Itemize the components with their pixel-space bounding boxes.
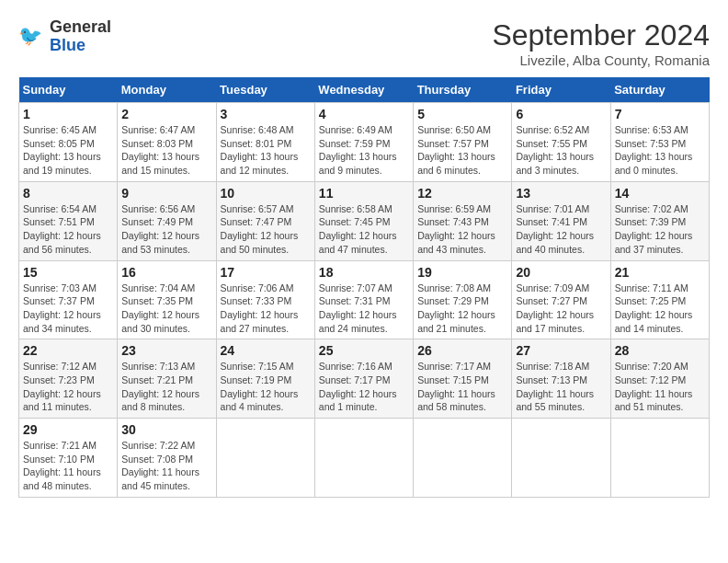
- calendar-header-row: SundayMondayTuesdayWednesdayThursdayFrid…: [19, 77, 710, 103]
- title-block: September 2024 Livezile, Alba County, Ro…: [492, 18, 710, 68]
- calendar-cell: 11Sunrise: 6:58 AMSunset: 7:45 PMDayligh…: [314, 181, 413, 260]
- day-detail: Sunrise: 6:48 AMSunset: 8:01 PMDaylight:…: [221, 123, 311, 178]
- calendar-cell: [610, 419, 709, 498]
- day-number: 20: [516, 265, 606, 280]
- day-detail: Sunrise: 7:20 AMSunset: 7:12 PMDaylight:…: [615, 360, 705, 414]
- day-number: 2: [121, 107, 211, 121]
- calendar-cell: 15Sunrise: 7:03 AMSunset: 7:37 PMDayligh…: [19, 260, 118, 339]
- day-detail: Sunrise: 7:18 AMSunset: 7:13 PMDaylight:…: [516, 360, 606, 414]
- calendar-cell: 6Sunrise: 6:52 AMSunset: 7:55 PMDaylight…: [512, 103, 610, 182]
- calendar-cell: [414, 419, 512, 498]
- calendar-cell: 25Sunrise: 7:16 AMSunset: 7:17 PMDayligh…: [314, 339, 413, 419]
- day-number: 27: [516, 343, 606, 358]
- day-detail: Sunrise: 7:17 AMSunset: 7:15 PMDaylight:…: [417, 360, 507, 414]
- day-number: 15: [23, 265, 113, 280]
- col-header-saturday: Saturday: [610, 77, 709, 103]
- col-header-wednesday: Wednesday: [314, 77, 413, 103]
- day-number: 3: [221, 107, 311, 121]
- day-number: 1: [23, 107, 113, 121]
- calendar-cell: 24Sunrise: 7:15 AMSunset: 7:19 PMDayligh…: [216, 339, 314, 419]
- day-detail: Sunrise: 6:47 AMSunset: 8:03 PMDaylight:…: [121, 123, 211, 178]
- calendar-week-row: 29Sunrise: 7:21 AMSunset: 7:10 PMDayligh…: [19, 419, 710, 498]
- day-detail: Sunrise: 6:57 AMSunset: 7:47 PMDaylight:…: [221, 202, 311, 257]
- calendar-cell: 3Sunrise: 6:48 AMSunset: 8:01 PMDaylight…: [216, 103, 314, 182]
- day-detail: Sunrise: 7:12 AMSunset: 7:23 PMDaylight:…: [23, 360, 113, 414]
- calendar-cell: 7Sunrise: 6:53 AMSunset: 7:53 PMDaylight…: [610, 103, 709, 182]
- day-number: 12: [417, 186, 507, 201]
- calendar-table: SundayMondayTuesdayWednesdayThursdayFrid…: [18, 77, 710, 498]
- day-number: 26: [417, 343, 507, 358]
- day-number: 16: [121, 265, 211, 280]
- day-detail: Sunrise: 7:21 AMSunset: 7:10 PMDaylight:…: [23, 439, 113, 493]
- calendar-cell: 10Sunrise: 6:57 AMSunset: 7:47 PMDayligh…: [216, 181, 314, 260]
- calendar-cell: 28Sunrise: 7:20 AMSunset: 7:12 PMDayligh…: [610, 339, 709, 419]
- calendar-cell: 29Sunrise: 7:21 AMSunset: 7:10 PMDayligh…: [19, 419, 118, 498]
- calendar-week-row: 1Sunrise: 6:45 AMSunset: 8:05 PMDaylight…: [19, 103, 710, 182]
- page-header: 🐦 General Blue September 2024 Livezile, …: [18, 18, 710, 68]
- day-number: 14: [615, 186, 705, 201]
- day-number: 28: [615, 343, 705, 358]
- day-detail: Sunrise: 7:15 AMSunset: 7:19 PMDaylight:…: [221, 360, 311, 414]
- calendar-cell: 21Sunrise: 7:11 AMSunset: 7:25 PMDayligh…: [610, 260, 709, 339]
- calendar-cell: 22Sunrise: 7:12 AMSunset: 7:23 PMDayligh…: [19, 339, 118, 419]
- calendar-week-row: 22Sunrise: 7:12 AMSunset: 7:23 PMDayligh…: [19, 339, 710, 419]
- calendar-cell: [512, 419, 610, 498]
- calendar-cell: 4Sunrise: 6:49 AMSunset: 7:59 PMDaylight…: [314, 103, 413, 182]
- day-detail: Sunrise: 7:04 AMSunset: 7:35 PMDaylight:…: [121, 282, 211, 336]
- day-number: 11: [319, 186, 409, 201]
- col-header-tuesday: Tuesday: [216, 77, 314, 103]
- day-detail: Sunrise: 7:16 AMSunset: 7:17 PMDaylight:…: [319, 360, 409, 414]
- col-header-friday: Friday: [512, 77, 610, 103]
- calendar-cell: 30Sunrise: 7:22 AMSunset: 7:08 PMDayligh…: [118, 419, 216, 498]
- day-number: 30: [121, 422, 211, 437]
- col-header-thursday: Thursday: [414, 77, 512, 103]
- page-subtitle: Livezile, Alba County, Romania: [492, 52, 710, 68]
- logo: 🐦 General Blue: [18, 18, 111, 55]
- col-header-sunday: Sunday: [19, 77, 118, 103]
- day-number: 29: [23, 422, 113, 437]
- calendar-cell: 16Sunrise: 7:04 AMSunset: 7:35 PMDayligh…: [118, 260, 216, 339]
- day-detail: Sunrise: 6:56 AMSunset: 7:49 PMDaylight:…: [121, 202, 211, 257]
- day-number: 13: [516, 186, 606, 201]
- calendar-cell: 14Sunrise: 7:02 AMSunset: 7:39 PMDayligh…: [610, 181, 709, 260]
- day-number: 9: [121, 186, 211, 201]
- day-number: 22: [23, 343, 113, 358]
- calendar-cell: 27Sunrise: 7:18 AMSunset: 7:13 PMDayligh…: [512, 339, 610, 419]
- day-detail: Sunrise: 7:06 AMSunset: 7:33 PMDaylight:…: [221, 282, 311, 336]
- day-number: 19: [417, 265, 507, 280]
- page-title: September 2024: [492, 18, 710, 52]
- calendar-cell: 23Sunrise: 7:13 AMSunset: 7:21 PMDayligh…: [118, 339, 216, 419]
- calendar-cell: 17Sunrise: 7:06 AMSunset: 7:33 PMDayligh…: [216, 260, 314, 339]
- day-number: 6: [516, 107, 606, 121]
- svg-text:🐦: 🐦: [18, 24, 43, 48]
- day-number: 17: [221, 265, 311, 280]
- day-number: 7: [615, 107, 705, 121]
- calendar-cell: 1Sunrise: 6:45 AMSunset: 8:05 PMDaylight…: [19, 103, 118, 182]
- day-number: 5: [417, 107, 507, 121]
- day-detail: Sunrise: 7:11 AMSunset: 7:25 PMDaylight:…: [615, 282, 705, 336]
- day-number: 8: [23, 186, 113, 201]
- day-number: 24: [221, 343, 311, 358]
- day-number: 4: [319, 107, 409, 121]
- calendar-cell: 2Sunrise: 6:47 AMSunset: 8:03 PMDaylight…: [118, 103, 216, 182]
- calendar-cell: 18Sunrise: 7:07 AMSunset: 7:31 PMDayligh…: [314, 260, 413, 339]
- calendar-cell: 8Sunrise: 6:54 AMSunset: 7:51 PMDaylight…: [19, 181, 118, 260]
- calendar-week-row: 8Sunrise: 6:54 AMSunset: 7:51 PMDaylight…: [19, 181, 710, 260]
- day-detail: Sunrise: 6:59 AMSunset: 7:43 PMDaylight:…: [417, 202, 507, 257]
- day-detail: Sunrise: 6:49 AMSunset: 7:59 PMDaylight:…: [319, 123, 409, 178]
- calendar-cell: [314, 419, 413, 498]
- day-detail: Sunrise: 6:54 AMSunset: 7:51 PMDaylight:…: [23, 202, 113, 257]
- calendar-cell: 12Sunrise: 6:59 AMSunset: 7:43 PMDayligh…: [414, 181, 512, 260]
- day-detail: Sunrise: 6:50 AMSunset: 7:57 PMDaylight:…: [417, 123, 507, 178]
- day-detail: Sunrise: 7:07 AMSunset: 7:31 PMDaylight:…: [319, 282, 409, 336]
- day-detail: Sunrise: 6:45 AMSunset: 8:05 PMDaylight:…: [23, 123, 113, 178]
- day-detail: Sunrise: 7:03 AMSunset: 7:37 PMDaylight:…: [23, 282, 113, 336]
- logo-text: General Blue: [50, 18, 111, 55]
- calendar-cell: 9Sunrise: 6:56 AMSunset: 7:49 PMDaylight…: [118, 181, 216, 260]
- calendar-week-row: 15Sunrise: 7:03 AMSunset: 7:37 PMDayligh…: [19, 260, 710, 339]
- day-detail: Sunrise: 7:09 AMSunset: 7:27 PMDaylight:…: [516, 282, 606, 336]
- day-number: 10: [221, 186, 311, 201]
- day-number: 21: [615, 265, 705, 280]
- calendar-cell: 19Sunrise: 7:08 AMSunset: 7:29 PMDayligh…: [414, 260, 512, 339]
- day-detail: Sunrise: 7:08 AMSunset: 7:29 PMDaylight:…: [417, 282, 507, 336]
